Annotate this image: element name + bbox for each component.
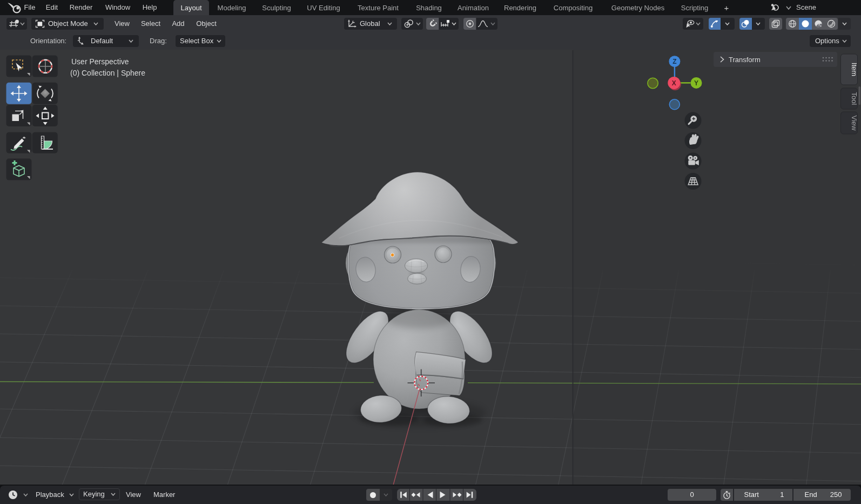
svg-text:X: X [672, 79, 676, 87]
svg-text:Tool: Tool [850, 92, 858, 105]
svg-text:View: View [850, 116, 858, 131]
svg-text:Item: Item [850, 63, 858, 76]
svg-text:Z: Z [672, 58, 676, 65]
svg-text:Y: Y [694, 79, 698, 87]
svg-text:Transform: Transform [729, 56, 761, 64]
svg-text:(0) Collection | Sphere: (0) Collection | Sphere [70, 69, 145, 77]
svg-text:User Perspective: User Perspective [71, 57, 129, 66]
